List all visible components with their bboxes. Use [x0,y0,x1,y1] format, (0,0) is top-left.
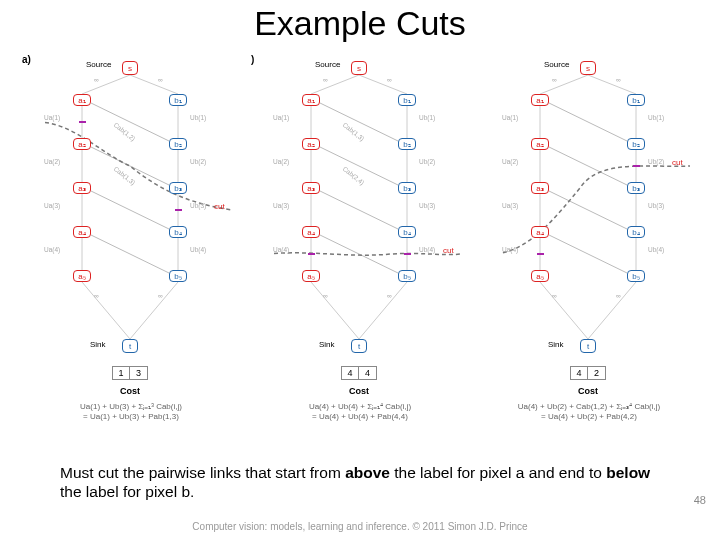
source-label: Source [544,60,569,69]
edges-layer [42,60,238,354]
svg-line-42 [540,282,588,339]
caption-text-3: the label for pixel b. [60,483,194,500]
a-node: a₁ [531,94,549,106]
a-node: a₃ [302,182,320,194]
edges-layer [271,60,467,354]
a-node: a₂ [531,138,549,150]
edge-cost-right: Ub(2) [648,158,664,165]
edge-cost-right: Ub(3) [648,202,664,209]
b-node: b₅ [398,270,416,282]
svg-line-43 [588,282,636,339]
cut-tick [175,209,182,211]
source-label: Source [315,60,340,69]
svg-line-10 [82,282,130,339]
edge-cost-right: Ub(3) [419,202,435,209]
sink-node: t [122,339,138,353]
infinity-label: ∞ [552,76,557,83]
svg-line-14 [91,191,169,229]
infinity-label: ∞ [616,292,621,299]
sink-node: t [580,339,596,353]
caption-text-1: Must cut the pairwise links that start f… [60,464,345,481]
svg-line-30 [320,191,398,229]
svg-line-17 [359,75,407,94]
a-node: a₁ [302,94,320,106]
b-node: b₅ [169,270,187,282]
edge-cost-right: Ub(4) [419,246,435,253]
svg-line-0 [82,75,130,94]
b-node: b₃ [398,182,416,194]
footer: Computer vision: models, learning and in… [0,521,720,532]
label-boxes: 42 [570,366,606,380]
page-number: 48 [694,494,706,506]
edge-cost-left: Ua(4) [44,246,60,253]
edge-cost-right: Ub(2) [190,158,206,165]
b-node: b₂ [398,138,416,150]
cut-tick [79,121,86,123]
b-node: b₅ [627,270,645,282]
b-node: b₃ [169,182,187,194]
edge-cost-left: Ua(2) [273,158,289,165]
b-node: b₄ [398,226,416,238]
a-node: a₄ [302,226,320,238]
edge-cost-left: Ua(4) [273,246,289,253]
caption-text-2: the label for pixel a and end to [390,464,606,481]
cost-label: Cost [120,386,140,396]
panel-label: a) [22,54,31,65]
a-node: a₅ [302,270,320,282]
cut-tick [633,165,640,167]
infinity-label: ∞ [94,292,99,299]
edge-cost-left: Ua(3) [273,202,289,209]
infinity-label: ∞ [323,292,328,299]
label-boxes: 13 [112,366,148,380]
b-node: b₂ [627,138,645,150]
graph: Sources∞∞∞∞a₁b₁Ua(1)Ub(1)a₂b₂Ua(2)Ub(2)a… [271,60,467,354]
svg-line-16 [311,75,359,94]
panel-b: )Sources∞∞∞∞a₁b₁Ua(1)Ub(1)a₂b₂Ua(2)Ub(2)… [251,54,469,456]
svg-line-11 [130,282,178,339]
edge-cost-right: Ub(1) [190,114,206,121]
cost-equation: Ua(4) + Ub(2) + Cab(1,2) + Σⱼ₌₃⁴ Cab(i,j… [494,402,684,422]
infinity-label: ∞ [94,76,99,83]
source-node: s [580,61,596,75]
cut-label: cut [443,246,454,255]
cut-path [271,253,461,255]
cut-path [42,122,232,210]
cut-tick [404,253,411,255]
source-node: s [351,61,367,75]
b-node: b₃ [627,182,645,194]
label-box: 3 [130,366,148,380]
edge-cost-right: Ub(1) [648,114,664,121]
sink-label: Sink [548,340,564,349]
a-node: a₅ [73,270,91,282]
a-node: a₃ [531,182,549,194]
sink-node: t [351,339,367,353]
infinity-label: ∞ [323,76,328,83]
b-node: b₂ [169,138,187,150]
caption-bold-2: below [606,464,650,481]
sink-label: Sink [90,340,106,349]
cost-equation: Ua(4) + Ub(4) + Σⱼ₌₁⁴ Cab(i,j)= Ua(4) + … [265,402,455,422]
infinity-label: ∞ [158,76,163,83]
source-label: Source [86,60,111,69]
b-node: b₄ [627,226,645,238]
caption: Must cut the pairwise links that start f… [60,464,670,501]
svg-line-1 [130,75,178,94]
b-node: b₁ [398,94,416,106]
a-node: a₄ [531,226,549,238]
figure-row: a)Sources∞∞∞∞a₁b₁Ua(1)Ub(1)a₂b₂Ua(2)Ub(2… [22,54,698,456]
edge-cost-right: Ub(3) [190,202,206,209]
infinity-label: ∞ [387,76,392,83]
a-node: a₂ [302,138,320,150]
edge-cost-right: Ub(4) [190,246,206,253]
cut-path [500,166,690,254]
label-box: 4 [341,366,359,380]
cost-label: Cost [349,386,369,396]
edge-cost-left: Ua(4) [502,246,518,253]
a-node: a₃ [73,182,91,194]
a-node: a₅ [531,270,549,282]
edge-cost-right: Ub(4) [648,246,664,253]
cost-label: Cost [578,386,598,396]
infinity-label: ∞ [387,292,392,299]
edge-cost-right: Ub(1) [419,114,435,121]
label-boxes: 44 [341,366,377,380]
